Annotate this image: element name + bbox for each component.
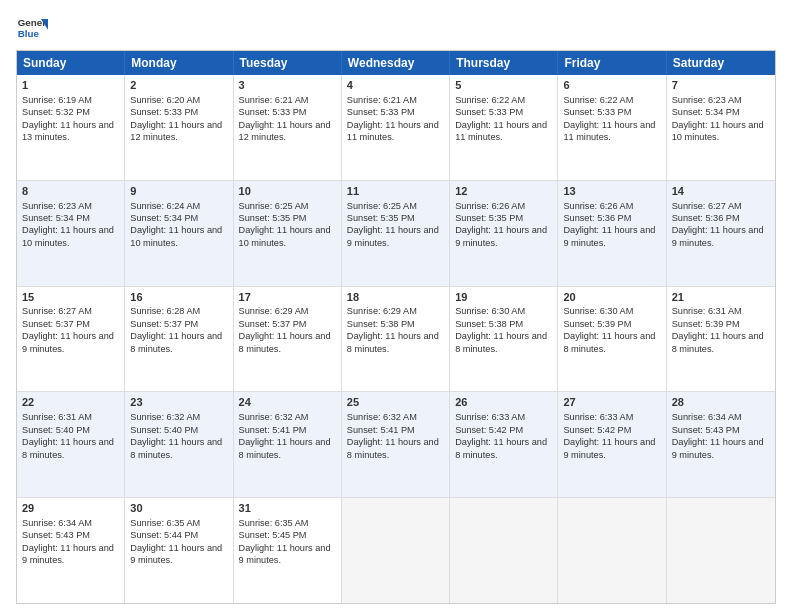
sunset: Sunset: 5:38 PM (455, 319, 523, 329)
empty-cell (450, 498, 558, 603)
sunset: Sunset: 5:33 PM (347, 107, 415, 117)
day-cell: 4Sunrise: 6:21 AMSunset: 5:33 PMDaylight… (342, 75, 450, 180)
daylight: Daylight: 11 hours and 9 minutes. (239, 543, 331, 565)
sunset: Sunset: 5:40 PM (22, 425, 90, 435)
sunset: Sunset: 5:37 PM (22, 319, 90, 329)
day-cell: 21Sunrise: 6:31 AMSunset: 5:39 PMDayligh… (667, 287, 775, 392)
calendar-row: 15Sunrise: 6:27 AMSunset: 5:37 PMDayligh… (17, 287, 775, 393)
sunrise: Sunrise: 6:19 AM (22, 95, 92, 105)
day-number: 22 (22, 395, 119, 410)
sunset: Sunset: 5:39 PM (563, 319, 631, 329)
day-cell: 1Sunrise: 6:19 AMSunset: 5:32 PMDaylight… (17, 75, 125, 180)
sunrise: Sunrise: 6:29 AM (239, 306, 309, 316)
daylight: Daylight: 11 hours and 8 minutes. (672, 331, 764, 353)
daylight: Daylight: 11 hours and 11 minutes. (455, 120, 547, 142)
day-number: 12 (455, 184, 552, 199)
sunset: Sunset: 5:34 PM (130, 213, 198, 223)
daylight: Daylight: 11 hours and 9 minutes. (672, 225, 764, 247)
weekday-header: Monday (125, 51, 233, 75)
calendar-row: 29Sunrise: 6:34 AMSunset: 5:43 PMDayligh… (17, 498, 775, 603)
sunrise: Sunrise: 6:25 AM (239, 201, 309, 211)
day-number: 10 (239, 184, 336, 199)
sunrise: Sunrise: 6:31 AM (672, 306, 742, 316)
day-cell: 7Sunrise: 6:23 AMSunset: 5:34 PMDaylight… (667, 75, 775, 180)
calendar-header: SundayMondayTuesdayWednesdayThursdayFrid… (17, 51, 775, 75)
day-number: 1 (22, 78, 119, 93)
sunset: Sunset: 5:33 PM (130, 107, 198, 117)
day-number: 18 (347, 290, 444, 305)
day-cell: 24Sunrise: 6:32 AMSunset: 5:41 PMDayligh… (234, 392, 342, 497)
daylight: Daylight: 11 hours and 10 minutes. (239, 225, 331, 247)
day-number: 23 (130, 395, 227, 410)
sunset: Sunset: 5:35 PM (239, 213, 307, 223)
sunrise: Sunrise: 6:22 AM (563, 95, 633, 105)
day-number: 19 (455, 290, 552, 305)
weekday-header: Saturday (667, 51, 775, 75)
sunrise: Sunrise: 6:34 AM (22, 518, 92, 528)
day-cell: 12Sunrise: 6:26 AMSunset: 5:35 PMDayligh… (450, 181, 558, 286)
day-cell: 30Sunrise: 6:35 AMSunset: 5:44 PMDayligh… (125, 498, 233, 603)
day-number: 30 (130, 501, 227, 516)
day-number: 3 (239, 78, 336, 93)
day-cell: 11Sunrise: 6:25 AMSunset: 5:35 PMDayligh… (342, 181, 450, 286)
sunrise: Sunrise: 6:21 AM (347, 95, 417, 105)
day-number: 15 (22, 290, 119, 305)
sunset: Sunset: 5:40 PM (130, 425, 198, 435)
sunset: Sunset: 5:41 PM (347, 425, 415, 435)
day-number: 25 (347, 395, 444, 410)
day-cell: 6Sunrise: 6:22 AMSunset: 5:33 PMDaylight… (558, 75, 666, 180)
sunrise: Sunrise: 6:28 AM (130, 306, 200, 316)
day-number: 27 (563, 395, 660, 410)
day-cell: 9Sunrise: 6:24 AMSunset: 5:34 PMDaylight… (125, 181, 233, 286)
sunrise: Sunrise: 6:23 AM (22, 201, 92, 211)
sunrise: Sunrise: 6:24 AM (130, 201, 200, 211)
daylight: Daylight: 11 hours and 8 minutes. (239, 331, 331, 353)
logo: General Blue (16, 12, 48, 44)
day-cell: 25Sunrise: 6:32 AMSunset: 5:41 PMDayligh… (342, 392, 450, 497)
day-number: 28 (672, 395, 770, 410)
sunset: Sunset: 5:42 PM (563, 425, 631, 435)
day-number: 5 (455, 78, 552, 93)
sunset: Sunset: 5:38 PM (347, 319, 415, 329)
sunrise: Sunrise: 6:32 AM (130, 412, 200, 422)
day-number: 20 (563, 290, 660, 305)
day-cell: 8Sunrise: 6:23 AMSunset: 5:34 PMDaylight… (17, 181, 125, 286)
sunrise: Sunrise: 6:27 AM (22, 306, 92, 316)
day-cell: 14Sunrise: 6:27 AMSunset: 5:36 PMDayligh… (667, 181, 775, 286)
daylight: Daylight: 11 hours and 8 minutes. (130, 437, 222, 459)
sunrise: Sunrise: 6:23 AM (672, 95, 742, 105)
calendar-row: 8Sunrise: 6:23 AMSunset: 5:34 PMDaylight… (17, 181, 775, 287)
weekday-header: Wednesday (342, 51, 450, 75)
page-header: General Blue (16, 12, 776, 44)
sunset: Sunset: 5:35 PM (455, 213, 523, 223)
day-cell: 23Sunrise: 6:32 AMSunset: 5:40 PMDayligh… (125, 392, 233, 497)
day-cell: 22Sunrise: 6:31 AMSunset: 5:40 PMDayligh… (17, 392, 125, 497)
day-cell: 18Sunrise: 6:29 AMSunset: 5:38 PMDayligh… (342, 287, 450, 392)
calendar: SundayMondayTuesdayWednesdayThursdayFrid… (16, 50, 776, 604)
daylight: Daylight: 11 hours and 13 minutes. (22, 120, 114, 142)
day-number: 31 (239, 501, 336, 516)
day-cell: 2Sunrise: 6:20 AMSunset: 5:33 PMDaylight… (125, 75, 233, 180)
sunset: Sunset: 5:34 PM (672, 107, 740, 117)
day-number: 14 (672, 184, 770, 199)
sunrise: Sunrise: 6:33 AM (563, 412, 633, 422)
sunrise: Sunrise: 6:20 AM (130, 95, 200, 105)
sunrise: Sunrise: 6:25 AM (347, 201, 417, 211)
sunset: Sunset: 5:42 PM (455, 425, 523, 435)
day-number: 17 (239, 290, 336, 305)
day-cell: 16Sunrise: 6:28 AMSunset: 5:37 PMDayligh… (125, 287, 233, 392)
calendar-row: 1Sunrise: 6:19 AMSunset: 5:32 PMDaylight… (17, 75, 775, 181)
weekday-header: Thursday (450, 51, 558, 75)
day-cell: 28Sunrise: 6:34 AMSunset: 5:43 PMDayligh… (667, 392, 775, 497)
daylight: Daylight: 11 hours and 10 minutes. (22, 225, 114, 247)
daylight: Daylight: 11 hours and 8 minutes. (455, 437, 547, 459)
sunrise: Sunrise: 6:32 AM (239, 412, 309, 422)
sunset: Sunset: 5:36 PM (672, 213, 740, 223)
day-number: 11 (347, 184, 444, 199)
sunset: Sunset: 5:43 PM (22, 530, 90, 540)
daylight: Daylight: 11 hours and 11 minutes. (347, 120, 439, 142)
sunset: Sunset: 5:32 PM (22, 107, 90, 117)
day-cell: 3Sunrise: 6:21 AMSunset: 5:33 PMDaylight… (234, 75, 342, 180)
sunset: Sunset: 5:33 PM (239, 107, 307, 117)
daylight: Daylight: 11 hours and 10 minutes. (672, 120, 764, 142)
